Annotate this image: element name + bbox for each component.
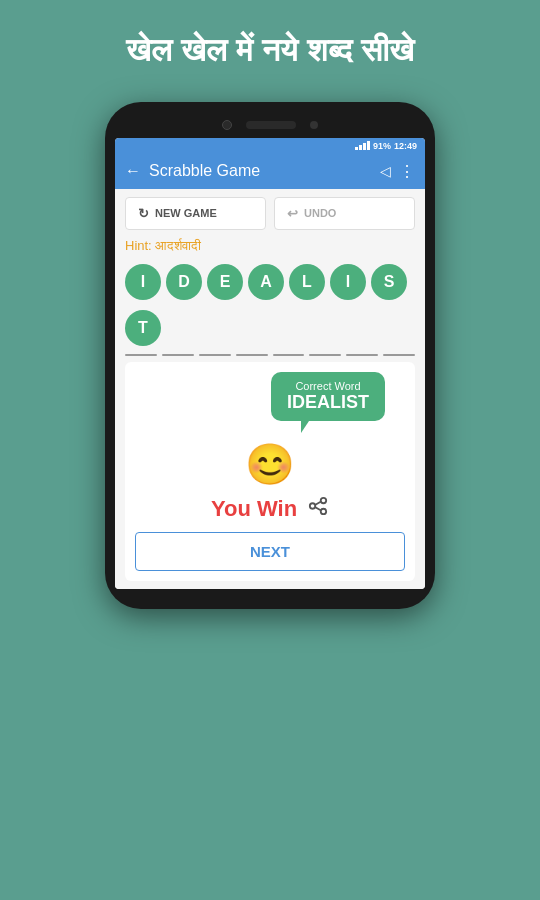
svg-line-1	[315, 502, 321, 505]
content-area: ↻ NEW GAME ↩ UNDO Hint: आदर्शवादी I	[115, 189, 425, 589]
letter-tile-T[interactable]: T	[125, 310, 161, 346]
screen: 91% 12:49 ← Scrabble Game ◁ ⋮ ↻ NEW GAME	[115, 138, 425, 589]
phone-speaker-icon	[246, 121, 296, 129]
new-game-button[interactable]: ↻ NEW GAME	[125, 197, 266, 230]
letter-tile-I2[interactable]: I	[330, 264, 366, 300]
letter-tile-A[interactable]: A	[248, 264, 284, 300]
undo-icon: ↩	[287, 206, 298, 221]
underline-7	[346, 354, 378, 356]
action-row: ↻ NEW GAME ↩ UNDO	[125, 197, 415, 230]
underline-1	[125, 354, 157, 356]
underline-4	[236, 354, 268, 356]
letter-underlines	[125, 354, 415, 356]
letter-tile-D[interactable]: D	[166, 264, 202, 300]
signal-bars-icon	[355, 141, 370, 150]
undo-button[interactable]: ↩ UNDO	[274, 197, 415, 230]
you-win-text: You Win	[211, 496, 297, 522]
app-bar: ← Scrabble Game ◁ ⋮	[115, 154, 425, 189]
correct-word-value: IDEALIST	[287, 392, 369, 413]
underline-3	[199, 354, 231, 356]
refresh-icon: ↻	[138, 206, 149, 221]
signal-bar-4	[367, 141, 370, 150]
hint-label: Hint:	[125, 238, 152, 253]
app-title: Scrabble Game	[149, 162, 372, 180]
correct-word-label: Correct Word	[287, 380, 369, 392]
battery-level: 91%	[373, 141, 391, 151]
phone-top	[115, 120, 425, 130]
hint-row: Hint: आदर्शवादी	[125, 238, 415, 254]
undo-label: UNDO	[304, 207, 336, 219]
letters-row-1: I D E A L I S	[125, 264, 415, 300]
hint-value: आदर्शवादी	[155, 238, 201, 253]
underline-8	[383, 354, 415, 356]
letters-row-2: T	[125, 308, 415, 346]
underline-5	[273, 354, 305, 356]
letter-tile-L[interactable]: L	[289, 264, 325, 300]
phone-camera-icon	[222, 120, 232, 130]
share-result-icon[interactable]	[307, 496, 329, 521]
next-button[interactable]: NEXT	[135, 532, 405, 571]
letter-tile-S[interactable]: S	[371, 264, 407, 300]
win-area: Correct Word IDEALIST 😊 You Win	[125, 362, 415, 581]
signal-bar-3	[363, 143, 366, 150]
share-icon[interactable]: ◁	[380, 163, 391, 179]
headline: खेल खेल में नये शब्द सीखे	[0, 0, 540, 92]
correct-word-bubble: Correct Word IDEALIST	[271, 372, 385, 421]
phone: 91% 12:49 ← Scrabble Game ◁ ⋮ ↻ NEW GAME	[105, 102, 435, 609]
back-icon[interactable]: ←	[125, 162, 141, 180]
signal-bar-2	[359, 145, 362, 150]
phone-wrapper: 91% 12:49 ← Scrabble Game ◁ ⋮ ↻ NEW GAME	[0, 102, 540, 609]
underline-6	[309, 354, 341, 356]
status-icons: 91% 12:49	[355, 141, 417, 151]
letter-tile-I1[interactable]: I	[125, 264, 161, 300]
new-game-label: NEW GAME	[155, 207, 217, 219]
smiley-icon: 😊	[245, 441, 295, 488]
svg-line-0	[315, 507, 321, 510]
underline-2	[162, 354, 194, 356]
clock: 12:49	[394, 141, 417, 151]
phone-front-cam-icon	[310, 121, 318, 129]
letter-tile-E[interactable]: E	[207, 264, 243, 300]
more-icon[interactable]: ⋮	[399, 162, 415, 181]
you-win-row: You Win	[211, 496, 329, 522]
signal-bar-1	[355, 147, 358, 150]
status-bar: 91% 12:49	[115, 138, 425, 154]
